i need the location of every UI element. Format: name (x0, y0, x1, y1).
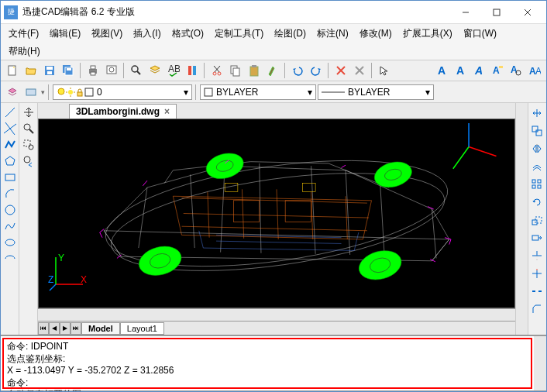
extend-icon[interactable] (528, 265, 545, 282)
match-icon[interactable] (264, 62, 281, 79)
text-find-icon[interactable]: A (507, 62, 525, 79)
offset-icon[interactable] (528, 158, 545, 175)
mirror-icon[interactable] (528, 140, 545, 157)
new-icon[interactable] (4, 62, 21, 79)
saveall-icon[interactable] (60, 62, 77, 79)
color-combo[interactable]: BYLAYER ▾ (200, 84, 316, 100)
linetype-combo[interactable]: BYLAYER ▾ (318, 84, 434, 100)
svg-rect-12 (91, 66, 95, 69)
spellcheck-icon[interactable]: ABC (165, 62, 182, 79)
svg-point-21 (213, 72, 216, 75)
tab-layout1[interactable]: Layout1 (120, 322, 164, 335)
tab-first-icon[interactable]: ⏮ (38, 322, 49, 335)
svg-rect-87 (532, 180, 535, 183)
vertical-scrollbar[interactable] (515, 103, 528, 335)
command-history: 命令: IDPOINT 选点鉴别坐标: X = -113.0497 Y = -3… (2, 338, 532, 389)
text-edit-icon[interactable]: A (489, 62, 506, 79)
scale-icon[interactable] (528, 211, 545, 229)
maximize-button[interactable] (481, 2, 512, 23)
workspace: 3DLamborgini.dwg × (1, 103, 546, 335)
svg-rect-6 (46, 67, 53, 70)
horizontal-scrollbar[interactable] (38, 308, 515, 321)
svg-line-17 (137, 71, 140, 74)
close-tab-icon[interactable]: × (164, 106, 170, 117)
text-a-icon[interactable]: A (433, 62, 450, 79)
move-icon[interactable] (528, 105, 545, 122)
ellipse-arc-icon[interactable] (2, 251, 18, 266)
undo-icon[interactable] (289, 62, 306, 79)
layer-manager-icon[interactable] (4, 84, 21, 101)
circle-icon[interactable] (2, 202, 18, 218)
pan-icon[interactable] (21, 105, 36, 120)
break-icon[interactable] (528, 283, 545, 300)
menu-annot[interactable]: 标注(N) (312, 26, 353, 42)
redo-icon[interactable] (308, 62, 325, 79)
menu-insert[interactable]: 插入(I) (129, 26, 165, 42)
stretch-icon[interactable] (528, 229, 545, 246)
paste-icon[interactable] (246, 62, 263, 79)
open-icon[interactable] (22, 62, 40, 79)
text-scale-icon[interactable]: AA (526, 62, 543, 79)
close-button[interactable] (512, 2, 543, 23)
tab-next-icon[interactable]: ▶ (60, 322, 71, 335)
zoom-prev-icon[interactable] (21, 153, 36, 169)
polygon-icon[interactable] (2, 153, 18, 169)
file-tab[interactable]: 3DLamborgini.dwg × (69, 104, 177, 119)
rotate-icon[interactable] (528, 194, 545, 211)
svg-point-55 (5, 239, 15, 246)
svg-rect-90 (538, 185, 541, 188)
zoom-window-icon[interactable] (21, 137, 36, 153)
cut-icon[interactable] (208, 62, 225, 79)
menu-modify[interactable]: 修改(M) (355, 26, 397, 42)
minimize-button[interactable] (450, 2, 481, 23)
menu-view[interactable]: 视图(V) (87, 26, 127, 42)
svg-rect-39 (26, 89, 36, 95)
zoom-realtime-icon[interactable] (21, 121, 36, 136)
copy-obj-icon[interactable] (528, 122, 545, 139)
rectangle-icon[interactable] (2, 170, 18, 185)
line-icon[interactable] (2, 105, 18, 120)
tab-last-icon[interactable]: ⏭ (71, 322, 81, 335)
oops-icon[interactable] (351, 62, 368, 79)
text-style-icon[interactable]: A (470, 62, 487, 79)
array-icon[interactable] (528, 176, 545, 193)
menu-format[interactable]: 格式(O) (167, 26, 208, 42)
spline-icon[interactable] (2, 218, 18, 234)
save-icon[interactable] (41, 62, 58, 79)
find-icon[interactable] (128, 62, 145, 79)
cmd-line: 自动保存打开的图... (7, 389, 528, 392)
cmd-line: X = -113.0497 Y = -35.2702 Z = 31.2856 (7, 365, 528, 377)
layer-combo[interactable]: 0 ▾ (53, 84, 192, 100)
svg-rect-85 (536, 130, 542, 136)
menu-custom[interactable]: 定制工具(T) (210, 26, 268, 42)
menu-window[interactable]: 窗口(W) (459, 26, 501, 42)
erase-icon[interactable] (332, 62, 349, 79)
menu-edit[interactable]: 编辑(E) (45, 26, 85, 42)
print-icon[interactable] (84, 62, 101, 79)
text-a2-icon[interactable]: A (452, 62, 469, 79)
svg-point-16 (132, 66, 138, 72)
layers-icon[interactable] (146, 62, 163, 79)
menu-draw[interactable]: 绘图(D) (270, 26, 311, 42)
menu-ext[interactable]: 扩展工具(X) (398, 26, 457, 42)
svg-point-41 (68, 90, 73, 95)
file-tab-label: 3DLamborgini.dwg (76, 106, 160, 117)
tab-model[interactable]: Model (81, 322, 120, 335)
menu-file[interactable]: 文件(F) (4, 26, 43, 42)
trim-icon[interactable] (528, 247, 545, 264)
layer-states-icon[interactable] (22, 84, 40, 101)
drawing-canvas[interactable]: X Y Z (38, 119, 515, 308)
properties-icon[interactable] (184, 62, 201, 79)
chamfer-icon[interactable] (528, 301, 545, 318)
select-icon[interactable] (376, 62, 393, 79)
tab-prev-icon[interactable]: ◀ (49, 322, 60, 335)
xline-icon[interactable] (2, 121, 18, 136)
preview-icon[interactable] (103, 62, 120, 79)
ellipse-icon[interactable] (2, 235, 18, 250)
polyline-icon[interactable] (2, 137, 18, 153)
command-scrollbar[interactable] (534, 336, 546, 390)
copy-icon[interactable] (227, 62, 244, 79)
menu-help[interactable]: 帮助(H) (4, 43, 45, 60)
arc-icon[interactable] (2, 186, 18, 201)
svg-text:A: A (535, 66, 541, 77)
